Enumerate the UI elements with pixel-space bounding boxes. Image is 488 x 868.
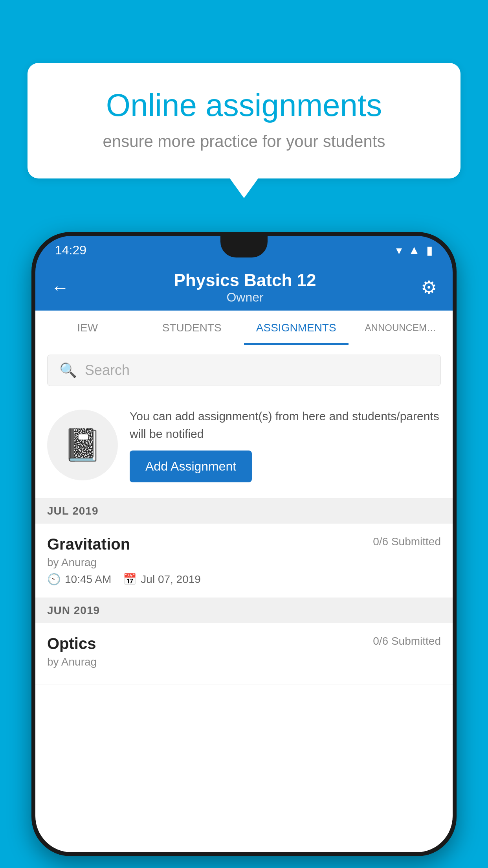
phone-frame: 14:29 ▾ ▲ ▮ ← Physics Batch 12 Owner ⚙ I… bbox=[31, 232, 457, 856]
assignment-submitted-gravitation: 0/6 Submitted bbox=[373, 535, 441, 548]
clock-icon: 🕙 bbox=[47, 573, 61, 586]
search-bar[interactable]: 🔍 Search bbox=[47, 355, 441, 386]
tab-assignments[interactable]: ASSIGNMENTS bbox=[244, 311, 349, 345]
section-header-jul: JUL 2019 bbox=[35, 498, 453, 524]
screen-content: 🔍 Search 📓 You can add assignment(s) fro… bbox=[35, 345, 453, 852]
status-icons: ▾ ▲ ▮ bbox=[396, 243, 433, 257]
assignment-by-gravitation: by Anurag bbox=[47, 556, 441, 569]
status-bar: 14:29 ▾ ▲ ▮ bbox=[35, 236, 453, 264]
assignment-date-value: Jul 07, 2019 bbox=[141, 573, 201, 586]
calendar-icon: 📅 bbox=[123, 573, 137, 586]
assignment-submitted-optics: 0/6 Submitted bbox=[373, 635, 441, 647]
assignment-time: 🕙 10:45 AM bbox=[47, 573, 111, 586]
search-icon: 🔍 bbox=[59, 362, 77, 379]
battery-icon: ▮ bbox=[426, 243, 433, 257]
phone-screen: 14:29 ▾ ▲ ▮ ← Physics Batch 12 Owner ⚙ I… bbox=[35, 236, 453, 852]
tab-bar: IEW STUDENTS ASSIGNMENTS ANNOUNCEM… bbox=[35, 311, 453, 345]
assignment-top-row-optics: Optics 0/6 Submitted bbox=[47, 635, 441, 653]
bubble-card: Online assignments ensure more practice … bbox=[28, 63, 460, 178]
tab-announcements[interactable]: ANNOUNCEM… bbox=[349, 311, 453, 345]
app-bar-center: Physics Batch 12 Owner bbox=[81, 270, 409, 305]
add-assignment-button[interactable]: Add Assignment bbox=[130, 451, 252, 482]
notch bbox=[220, 236, 268, 257]
notebook-icon: 📓 bbox=[63, 427, 102, 463]
wifi-icon: ▾ bbox=[396, 243, 402, 257]
assignment-name-gravitation: Gravitation bbox=[47, 535, 130, 553]
bubble-title: Online assignments bbox=[55, 86, 433, 124]
promo-icon-circle: 📓 bbox=[47, 410, 118, 480]
assignment-date: 📅 Jul 07, 2019 bbox=[123, 573, 201, 586]
section-header-jun: JUN 2019 bbox=[35, 598, 453, 623]
assignment-item-optics[interactable]: Optics 0/6 Submitted by Anurag bbox=[35, 623, 453, 684]
search-container: 🔍 Search bbox=[35, 345, 453, 395]
app-bar-subtitle: Owner bbox=[81, 290, 409, 305]
promo-section: 📓 You can add assignment(s) from here an… bbox=[35, 395, 453, 498]
tab-iew[interactable]: IEW bbox=[35, 311, 140, 345]
assignment-item-gravitation[interactable]: Gravitation 0/6 Submitted by Anurag 🕙 10… bbox=[35, 524, 453, 598]
bubble-tail bbox=[230, 178, 258, 198]
app-bar-title: Physics Batch 12 bbox=[81, 270, 409, 290]
promo-bubble: Online assignments ensure more practice … bbox=[28, 63, 460, 198]
promo-text-area: You can add assignment(s) from here and … bbox=[130, 407, 441, 482]
app-bar: ← Physics Batch 12 Owner ⚙ bbox=[35, 264, 453, 311]
assignment-time-value: 10:45 AM bbox=[65, 573, 111, 586]
back-button[interactable]: ← bbox=[51, 277, 69, 298]
assignment-name-optics: Optics bbox=[47, 635, 96, 653]
tab-students[interactable]: STUDENTS bbox=[140, 311, 244, 345]
promo-description: You can add assignment(s) from here and … bbox=[130, 407, 441, 443]
assignment-by-optics: by Anurag bbox=[47, 656, 441, 668]
search-placeholder: Search bbox=[85, 362, 130, 379]
bubble-subtitle: ensure more practice for your students bbox=[55, 132, 433, 151]
signal-icon: ▲ bbox=[408, 243, 420, 257]
assignment-top-row: Gravitation 0/6 Submitted bbox=[47, 535, 441, 553]
assignment-meta-gravitation: 🕙 10:45 AM 📅 Jul 07, 2019 bbox=[47, 573, 441, 586]
settings-icon[interactable]: ⚙ bbox=[421, 277, 437, 298]
status-time: 14:29 bbox=[55, 243, 86, 257]
